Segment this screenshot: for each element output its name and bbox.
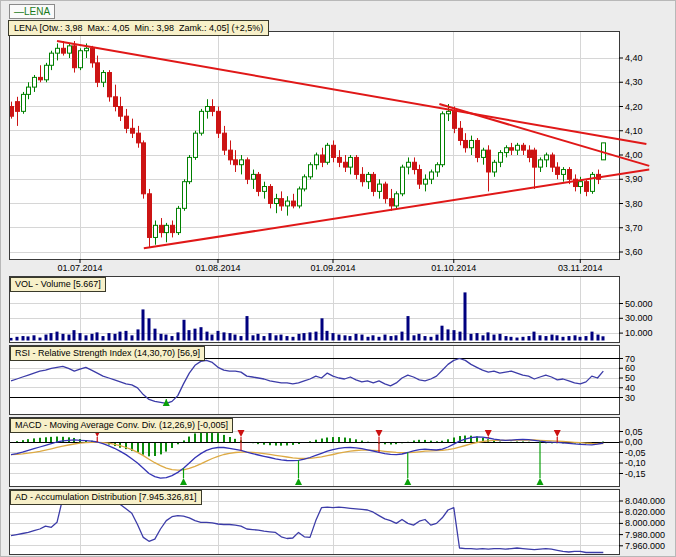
macd-y-axis: 0,050,00-0,05-0,10-0,15 bbox=[619, 427, 646, 479]
ohlc-info-label: LENA [Otw.: 3,98 Max.: 4,05 Min.: 3,98 Z… bbox=[8, 20, 269, 36]
svg-text:0,00: 0,00 bbox=[625, 437, 643, 447]
svg-text:60: 60 bbox=[625, 363, 635, 373]
x-axis: 01.07.201401.08.201401.09.201401.10.2014… bbox=[57, 259, 602, 273]
macd-indicator-label[interactable]: MACD - Moving Average Conv. Div. (12,26,… bbox=[10, 418, 233, 433]
price-y-axis: 4,404,304,204,104,003,903,803,703,60 bbox=[619, 53, 643, 257]
svg-text:01.10.2014: 01.10.2014 bbox=[431, 263, 476, 273]
svg-text:30: 30 bbox=[625, 393, 635, 403]
svg-text:3,80: 3,80 bbox=[625, 199, 643, 209]
svg-text:8.040.000: 8.040.000 bbox=[625, 496, 665, 506]
series-legend-label: LENA bbox=[24, 6, 50, 17]
svg-text:8.020.000: 8.020.000 bbox=[625, 507, 665, 517]
svg-text:7.960.000: 7.960.000 bbox=[625, 541, 665, 551]
svg-text:01.09.2014: 01.09.2014 bbox=[310, 263, 355, 273]
svg-text:3,70: 3,70 bbox=[625, 223, 643, 233]
svg-text:4,10: 4,10 bbox=[625, 126, 643, 136]
price-panel: 4,404,304,204,104,003,903,803,703,60 bbox=[9, 31, 649, 259]
series-line-sample-icon: — bbox=[14, 6, 24, 17]
rsi-y-axis: 7060504030 bbox=[619, 354, 635, 403]
volume-y-axis: 50.00030.00010.000 bbox=[619, 299, 653, 339]
volume-indicator-label[interactable]: VOL - Volume [5.667] bbox=[10, 277, 106, 292]
svg-text:03.11.2014: 03.11.2014 bbox=[558, 263, 602, 273]
svg-text:3,90: 3,90 bbox=[625, 174, 643, 184]
svg-text:70: 70 bbox=[625, 354, 635, 364]
svg-text:3,60: 3,60 bbox=[625, 247, 643, 257]
svg-text:50: 50 bbox=[625, 373, 635, 383]
svg-text:50.000: 50.000 bbox=[625, 299, 653, 309]
svg-text:-0,10: -0,10 bbox=[625, 458, 646, 468]
svg-text:01.08.2014: 01.08.2014 bbox=[195, 263, 240, 273]
svg-text:01.07.2014: 01.07.2014 bbox=[57, 263, 102, 273]
ad-y-axis: 8.040.0008.020.0008.000.0007.980.0007.96… bbox=[619, 496, 665, 551]
svg-text:10.000: 10.000 bbox=[625, 328, 653, 338]
svg-text:-0,05: -0,05 bbox=[625, 448, 646, 458]
svg-text:30.000: 30.000 bbox=[625, 313, 653, 323]
svg-text:-0,15: -0,15 bbox=[625, 469, 646, 479]
svg-text:4,40: 4,40 bbox=[625, 53, 643, 63]
svg-text:0,05: 0,05 bbox=[625, 427, 643, 437]
svg-text:4,30: 4,30 bbox=[625, 77, 643, 87]
rsi-indicator-label[interactable]: RSI - Relative Strength Index (14,30,70)… bbox=[10, 346, 205, 361]
svg-text:4,20: 4,20 bbox=[625, 102, 643, 112]
ad-indicator-label[interactable]: AD - Accumulation Distribution [7.945.32… bbox=[10, 490, 202, 505]
series-legend[interactable]: —LENA bbox=[9, 4, 55, 19]
stock-chart-window: 4,404,304,204,104,003,903,803,703,6001.0… bbox=[0, 0, 676, 557]
svg-text:40: 40 bbox=[625, 383, 635, 393]
price-plot-area[interactable] bbox=[9, 31, 619, 259]
svg-text:8.000.000: 8.000.000 bbox=[625, 518, 665, 528]
svg-text:7.980.000: 7.980.000 bbox=[625, 530, 665, 540]
